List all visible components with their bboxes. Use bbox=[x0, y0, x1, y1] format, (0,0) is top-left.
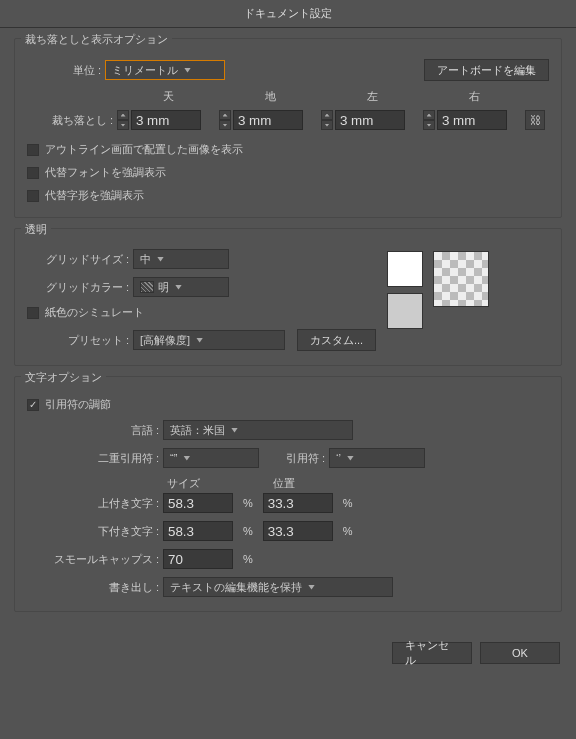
highlight-fonts-label: 代替フォントを強調表示 bbox=[45, 165, 166, 180]
bleed-top-input[interactable] bbox=[131, 110, 201, 130]
hatch-swatch-icon bbox=[140, 281, 154, 293]
bleed-left-stepper[interactable] bbox=[321, 110, 333, 130]
subscript-label: 下付き文字 : bbox=[27, 524, 163, 539]
transparency-preview bbox=[433, 251, 489, 307]
edit-artboard-button[interactable]: アートボードを編集 bbox=[424, 59, 549, 81]
double-quote-value: “” bbox=[170, 452, 177, 464]
dialog-title: ドキュメント設定 bbox=[0, 0, 576, 28]
group-text-title: 文字オプション bbox=[21, 370, 106, 385]
units-value: ミリメートル bbox=[112, 63, 178, 78]
highlight-fonts-checkbox[interactable] bbox=[27, 167, 39, 179]
simulate-paper-label: 紙色のシミュレート bbox=[45, 305, 144, 320]
swatch-white[interactable] bbox=[387, 251, 423, 287]
bleed-top-stepper[interactable] bbox=[117, 110, 129, 130]
dialog-footer: キャンセル OK bbox=[0, 632, 576, 678]
smallcaps-input[interactable] bbox=[163, 549, 233, 569]
pct-label: % bbox=[233, 525, 263, 537]
pct-label: % bbox=[333, 525, 363, 537]
export-label: 書き出し : bbox=[27, 580, 163, 595]
bleed-label: 裁ち落とし : bbox=[27, 113, 117, 128]
show-images-outline-label: アウトライン画面で配置した画像を表示 bbox=[45, 142, 243, 157]
export-value: テキストの編集機能を保持 bbox=[170, 580, 302, 595]
chevron-down-icon bbox=[231, 428, 238, 433]
custom-button[interactable]: カスタム... bbox=[297, 329, 376, 351]
language-dropdown[interactable]: 英語：米国 bbox=[163, 420, 353, 440]
ok-button[interactable]: OK bbox=[480, 642, 560, 664]
superscript-pos-input[interactable] bbox=[263, 493, 333, 513]
grid-color-label: グリッドカラー : bbox=[27, 280, 133, 295]
highlight-glyphs-checkbox[interactable] bbox=[27, 190, 39, 202]
chevron-down-icon bbox=[175, 285, 182, 290]
preset-value: [高解像度] bbox=[140, 333, 190, 348]
chevron-down-icon bbox=[157, 257, 164, 262]
export-dropdown[interactable]: テキストの編集機能を保持 bbox=[163, 577, 393, 597]
chevron-down-icon bbox=[196, 338, 203, 343]
group-transparency: 透明 グリッドサイズ : 中 グリッドカラー : 明 bbox=[14, 228, 562, 366]
double-quote-label: 二重引用符 : bbox=[27, 451, 163, 466]
bleed-col-right: 右 bbox=[423, 89, 525, 106]
bleed-right-stepper[interactable] bbox=[423, 110, 435, 130]
bleed-bottom-input[interactable] bbox=[233, 110, 303, 130]
language-label: 言語 : bbox=[27, 423, 163, 438]
adjust-quotes-label: 引用符の調節 bbox=[45, 397, 111, 412]
grid-size-label: グリッドサイズ : bbox=[27, 252, 133, 267]
chevron-down-icon bbox=[183, 456, 190, 461]
group-text: 文字オプション 引用符の調節 言語 : 英語：米国 二重引用符 : “” 引用符… bbox=[14, 376, 562, 612]
smallcaps-label: スモールキャップス : bbox=[27, 552, 163, 567]
chevron-down-icon bbox=[184, 68, 191, 73]
dialog-body: 裁ち落としと表示オプション 単位 : ミリメートル アートボードを編集 天 地 … bbox=[0, 28, 576, 632]
cancel-button[interactable]: キャンセル bbox=[392, 642, 472, 664]
pct-label: % bbox=[233, 497, 263, 509]
chevron-down-icon bbox=[347, 456, 354, 461]
pct-label: % bbox=[233, 553, 263, 565]
quote-dropdown[interactable]: ‘’ bbox=[329, 448, 425, 468]
double-quote-dropdown[interactable]: “” bbox=[163, 448, 259, 468]
grid-size-value: 中 bbox=[140, 252, 151, 267]
size-header: サイズ bbox=[167, 476, 245, 491]
group-bleed: 裁ち落としと表示オプション 単位 : ミリメートル アートボードを編集 天 地 … bbox=[14, 38, 562, 218]
subscript-pos-input[interactable] bbox=[263, 521, 333, 541]
units-label: 単位 : bbox=[27, 63, 105, 78]
group-transparency-title: 透明 bbox=[21, 222, 51, 237]
bleed-col-bottom: 地 bbox=[219, 89, 321, 106]
chevron-down-icon bbox=[308, 585, 315, 590]
bleed-bottom-stepper[interactable] bbox=[219, 110, 231, 130]
quote-value: ‘’ bbox=[336, 452, 341, 464]
bleed-col-top: 天 bbox=[117, 89, 219, 106]
grid-color-value: 明 bbox=[158, 280, 169, 295]
highlight-glyphs-label: 代替字形を強調表示 bbox=[45, 188, 144, 203]
grid-size-dropdown[interactable]: 中 bbox=[133, 249, 229, 269]
link-bleed-icon[interactable]: ⛓ bbox=[525, 110, 545, 130]
pct-label: % bbox=[333, 497, 363, 509]
bleed-left-input[interactable] bbox=[335, 110, 405, 130]
language-value: 英語：米国 bbox=[170, 423, 225, 438]
swatch-gray[interactable] bbox=[387, 293, 423, 329]
superscript-label: 上付き文字 : bbox=[27, 496, 163, 511]
subscript-size-input[interactable] bbox=[163, 521, 233, 541]
position-header: 位置 bbox=[273, 476, 351, 491]
preset-dropdown[interactable]: [高解像度] bbox=[133, 330, 285, 350]
show-images-outline-checkbox[interactable] bbox=[27, 144, 39, 156]
bleed-col-left: 左 bbox=[321, 89, 423, 106]
preset-label: プリセット : bbox=[27, 333, 133, 348]
quote-label: 引用符 : bbox=[259, 451, 329, 466]
group-bleed-title: 裁ち落としと表示オプション bbox=[21, 32, 172, 47]
superscript-size-input[interactable] bbox=[163, 493, 233, 513]
grid-color-dropdown[interactable]: 明 bbox=[133, 277, 229, 297]
units-dropdown[interactable]: ミリメートル bbox=[105, 60, 225, 80]
simulate-paper-checkbox[interactable] bbox=[27, 307, 39, 319]
adjust-quotes-checkbox[interactable] bbox=[27, 399, 39, 411]
bleed-right-input[interactable] bbox=[437, 110, 507, 130]
